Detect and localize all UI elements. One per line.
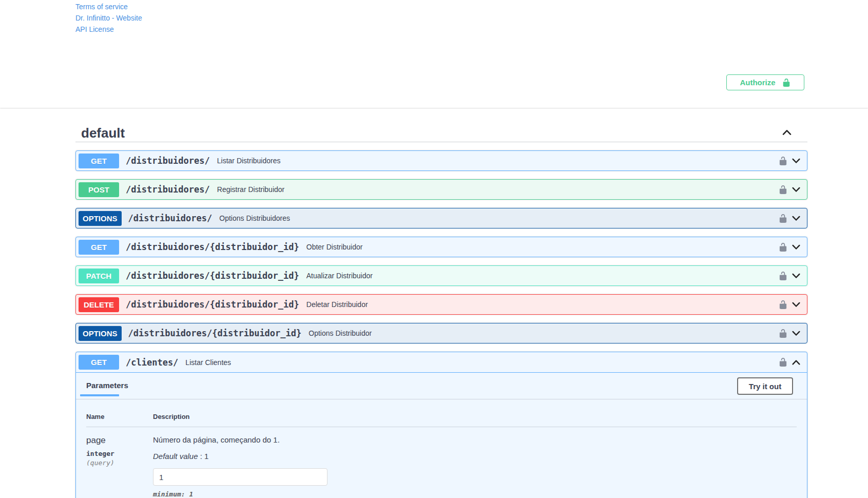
method-badge: OPTIONS — [79, 211, 122, 226]
operation-row-post-distribuidores[interactable]: POST /distribuidores/ Registrar Distribu… — [75, 179, 807, 200]
description-column-header: Description — [153, 413, 797, 420]
parameter-name-cell: page integer (query) — [86, 435, 153, 498]
chevron-up-icon[interactable] — [790, 357, 802, 368]
parameters-tab-header: Parameters Try it out — [76, 373, 807, 399]
page-parameter-input[interactable] — [153, 468, 327, 486]
parameter-type: integer — [86, 450, 153, 457]
parameter-name: page — [86, 435, 153, 446]
method-badge: GET — [79, 154, 119, 168]
operation-summary: Deletar Distribuidor — [306, 300, 368, 309]
parameters-table-headers: Name Description — [86, 413, 797, 427]
chevron-down-icon[interactable] — [790, 328, 802, 339]
operation-path: /clientes/ — [126, 357, 178, 368]
operation-row-options-distribuidores[interactable]: OPTIONS /distribuidores/ Options Distrib… — [75, 208, 807, 228]
tag-title: default — [81, 125, 125, 141]
parameter-description: Número da página, começando do 1. — [153, 435, 797, 444]
unlocked-padlock-icon[interactable] — [778, 271, 788, 281]
operation-path: /distribuidores/ — [126, 184, 210, 195]
operation-summary: Obter Distribuidor — [306, 243, 363, 251]
default-value-separator: : — [198, 452, 205, 461]
parameters-table: Name Description page integer (query) Nú… — [76, 399, 807, 498]
unlocked-padlock-icon[interactable] — [778, 329, 788, 338]
default-value: 1 — [204, 452, 208, 461]
method-badge: GET — [79, 355, 119, 370]
unlocked-padlock-icon[interactable] — [778, 357, 788, 367]
chevron-down-icon[interactable] — [790, 155, 802, 166]
operation-summary: Atualizar Distribuidor — [306, 272, 373, 280]
chevron-down-icon[interactable] — [790, 270, 802, 281]
operation-row-get-distribuidores[interactable]: GET /distribuidores/ Listar Distribuidor… — [75, 150, 807, 171]
operation-path: /distribuidores/{distribuidor_id} — [126, 299, 299, 310]
parameter-location: (query) — [86, 459, 153, 467]
unlocked-padlock-icon[interactable] — [778, 242, 788, 252]
authorize-button[interactable]: Authorize — [726, 74, 804, 90]
name-column-header: Name — [86, 413, 153, 420]
chevron-down-icon[interactable] — [790, 241, 802, 253]
terms-of-service-link[interactable]: Terms of service — [75, 1, 142, 12]
method-badge: OPTIONS — [79, 326, 122, 341]
active-tab-underline — [80, 394, 119, 396]
tab-header-divider — [76, 399, 807, 399]
unlocked-padlock-icon — [782, 78, 791, 87]
operation-summary: Options Distribuidor — [308, 329, 372, 337]
authorize-label: Authorize — [740, 78, 775, 87]
operation-summary: Listar Clientes — [185, 358, 231, 367]
chevron-down-icon[interactable] — [790, 184, 802, 195]
operation-row-options-distribuidor-id[interactable]: OPTIONS /distribuidores/{distribuidor_id… — [75, 323, 807, 343]
method-badge: PATCH — [79, 269, 119, 283]
operation-row-get-distribuidor-id[interactable]: GET /distribuidores/{distribuidor_id} Ob… — [75, 237, 807, 257]
operation-summary: Registrar Distribuidor — [217, 185, 284, 194]
operation-path: /distribuidores/{distribuidor_id} — [128, 328, 302, 338]
tab-parameters[interactable]: Parameters — [86, 381, 128, 390]
chevron-down-icon[interactable] — [790, 213, 802, 224]
parameter-constraint: minimum: 1 — [153, 490, 797, 498]
api-license-link[interactable]: API License — [75, 24, 142, 35]
parameter-description-cell: Número da página, começando do 1. Defaul… — [153, 435, 797, 498]
website-link[interactable]: Dr. Infinitto - Website — [75, 12, 142, 24]
method-badge: DELETE — [79, 297, 119, 312]
operation-path: /distribuidores/{distribuidor_id} — [126, 242, 299, 252]
method-badge: GET — [79, 240, 119, 255]
unlocked-padlock-icon[interactable] — [778, 156, 788, 166]
operation-path: /distribuidores/ — [128, 213, 213, 223]
chevron-down-icon[interactable] — [790, 299, 802, 310]
try-it-out-button[interactable]: Try it out — [737, 377, 793, 395]
tag-section-header[interactable]: default — [75, 122, 807, 142]
api-info-links: Terms of service Dr. Infinitto - Website… — [75, 1, 142, 35]
operation-summary: Listar Distribuidores — [217, 157, 281, 165]
unlocked-padlock-icon[interactable] — [778, 300, 788, 310]
method-badge: POST — [79, 182, 119, 197]
unlocked-padlock-icon[interactable] — [778, 214, 788, 223]
unlocked-padlock-icon[interactable] — [778, 185, 788, 195]
default-value-label: Default value — [153, 452, 198, 461]
operation-path: /distribuidores/ — [126, 156, 210, 166]
parameter-row-page: page integer (query) Número da página, c… — [86, 427, 797, 498]
operation-row-get-clientes[interactable]: GET /clientes/ Listar Clientes — [76, 352, 807, 373]
operation-block-get-clientes-expanded: GET /clientes/ Listar Clientes Parameter… — [75, 352, 807, 498]
operation-row-delete-distribuidor-id[interactable]: DELETE /distribuidores/{distribuidor_id}… — [75, 294, 807, 315]
default-tag-section: default GET /distribuidores/ Listar Dist… — [75, 122, 807, 498]
chevron-up-icon[interactable] — [781, 126, 793, 141]
parameter-default: Default value : 1 — [153, 452, 797, 461]
operation-summary: Options Distribuidores — [219, 214, 290, 222]
operation-path: /distribuidores/{distribuidor_id} — [126, 271, 299, 281]
operation-row-patch-distribuidor-id[interactable]: PATCH /distribuidores/{distribuidor_id} … — [75, 265, 807, 286]
